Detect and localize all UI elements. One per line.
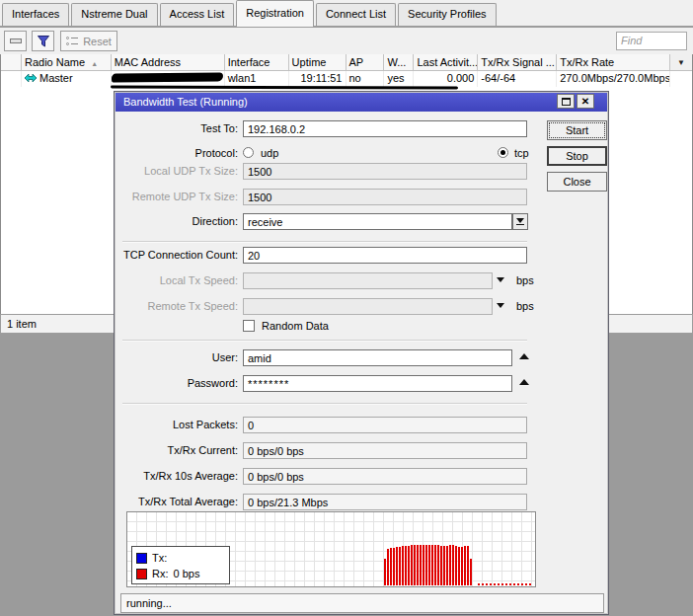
winbox-wireless-window: Interfaces Nstreme Dual Access List Regi…	[0, 0, 693, 616]
separator	[122, 403, 527, 405]
header-radio-name[interactable]: Radio Name▲	[22, 54, 112, 70]
protocol-udp-label: udp	[261, 147, 278, 159]
test-to-input[interactable]: 192.168.0.2	[243, 120, 527, 137]
tab-bar: Interfaces Nstreme Dual Access List Regi…	[0, 0, 693, 27]
header-signal[interactable]: Tx/Rx Signal ...	[478, 54, 557, 70]
rx-legend-value: 0 bps	[174, 568, 200, 579]
dialog-status-bar: running...	[120, 593, 604, 613]
local-tx-speed-input	[243, 272, 493, 289]
local-udp-tx-size-label: Local UDP Tx Size:	[120, 165, 238, 177]
signal-cell: -64/-64	[478, 71, 557, 87]
txrx-10s-average-label: Tx/Rx 10s Average:	[120, 470, 238, 482]
local-udp-tx-size-input: 1500	[243, 163, 527, 180]
maximize-icon	[562, 98, 571, 106]
find-input[interactable]: Find	[616, 32, 687, 50]
table-row[interactable]: Master wlan1 19:11:51 no yes 0.000 -64/-…	[1, 71, 692, 87]
remote-udp-tx-size-input: 1500	[243, 189, 527, 205]
remote-tx-speed-input	[243, 298, 493, 315]
column-menu-button[interactable]: ▼	[670, 54, 692, 70]
password-input[interactable]: ********	[243, 375, 512, 392]
rate-cell: 270.0Mbps/270.0Mbps	[557, 71, 670, 87]
tab-nstreme-dual[interactable]: Nstreme Dual	[71, 3, 157, 26]
maximize-button[interactable]	[557, 94, 575, 109]
interface-cell: wlan1	[225, 71, 289, 87]
user-collapse-icon[interactable]	[519, 353, 529, 359]
separator	[122, 340, 527, 342]
user-input[interactable]: amid	[243, 349, 512, 366]
header-last-activity[interactable]: Last Activit...	[414, 54, 478, 70]
direction-dropdown-button[interactable]	[512, 213, 528, 230]
dialog-title-bar[interactable]: Bandwidth Test (Running)	[116, 93, 607, 112]
close-icon[interactable]: ✕	[577, 94, 594, 109]
header-icon-col[interactable]	[1, 54, 22, 70]
direction-label: Direction:	[120, 215, 238, 227]
start-button[interactable]: Start	[547, 120, 607, 140]
lost-packets-value: 0	[243, 417, 527, 433]
header-ap[interactable]: AP	[346, 54, 385, 70]
header-rate[interactable]: Tx/Rx Rate	[557, 54, 670, 70]
direction-select[interactable]: receive	[243, 213, 512, 230]
user-label: User:	[120, 351, 238, 363]
separator	[122, 241, 527, 243]
random-data-checkbox[interactable]	[243, 320, 255, 332]
txrx-current-label: Tx/Rx Current:	[120, 444, 238, 456]
reset-button[interactable]: Reset	[60, 31, 117, 51]
tx-legend-label: Tx:	[152, 552, 167, 564]
protocol-label: Protocol:	[120, 147, 238, 159]
rx-legend-label: Rx:	[152, 568, 169, 579]
reset-icon	[66, 37, 78, 46]
tx-swatch	[136, 553, 147, 564]
bandwidth-chart: Tx: Rx: 0 bps	[126, 511, 536, 587]
dialog-title: Bandwidth Test (Running)	[123, 96, 248, 108]
tab-security-profiles[interactable]: Security Profiles	[398, 3, 496, 26]
last-activity-cell: 0.000	[414, 71, 478, 87]
chart-legend: Tx: Rx: 0 bps	[131, 546, 230, 584]
tab-access-list[interactable]: Access List	[160, 3, 235, 26]
protocol-tcp-radio[interactable]	[498, 147, 508, 158]
txrx-10s-average-value: 0 bps/0 bps	[243, 468, 527, 485]
ap-cell: no	[346, 71, 385, 87]
local-tx-speed-unit: bps	[516, 274, 534, 286]
funnel-icon	[37, 35, 50, 48]
sort-indicator: ▲	[91, 60, 98, 67]
password-label: Password:	[120, 377, 238, 389]
tab-registration[interactable]: Registration	[236, 0, 314, 27]
remote-tx-speed-dropdown-icon[interactable]	[497, 303, 504, 308]
txrx-current-value: 0 bps/0 bps	[243, 442, 527, 459]
close-button[interactable]: Close	[547, 172, 607, 192]
tab-interfaces[interactable]: Interfaces	[2, 3, 69, 26]
protocol-udp-radio[interactable]	[243, 147, 254, 158]
bandwidth-test-dialog: Bandwidth Test (Running) ✕ Test To: 192.…	[114, 91, 609, 615]
tcp-connection-count-label: TCP Connection Count:	[120, 249, 238, 261]
random-data-label: Random Data	[262, 320, 329, 332]
dropdown-arrow-icon	[516, 218, 524, 223]
local-tx-speed-dropdown-icon[interactable]	[497, 277, 504, 282]
chart-bars	[384, 545, 473, 585]
tab-connect-list[interactable]: Connect List	[316, 3, 396, 26]
lost-packets-label: Lost Packets:	[120, 419, 238, 430]
protocol-tcp-label: tcp	[514, 147, 529, 159]
remove-button[interactable]	[4, 31, 27, 51]
txrx-total-average-label: Tx/Rx Total Average:	[120, 496, 238, 507]
header-wds[interactable]: W...	[384, 54, 414, 70]
header-uptime[interactable]: Uptime	[289, 54, 346, 70]
radio-name-cell: Master	[39, 72, 73, 84]
header-mac-address[interactable]: MAC Address	[112, 54, 225, 70]
chart-baseline-dots	[478, 583, 533, 585]
test-to-label: Test To:	[120, 122, 238, 134]
reset-label: Reset	[83, 36, 112, 47]
stop-button[interactable]: Stop	[547, 146, 607, 166]
header-interface[interactable]: Interface	[225, 54, 289, 70]
minus-icon	[10, 38, 22, 43]
uptime-cell: 19:11:51	[289, 71, 346, 87]
txrx-total-average-value: 0 bps/21.3 Mbps	[243, 494, 527, 510]
remote-udp-tx-size-label: Remote UDP Tx Size:	[120, 191, 238, 202]
registration-entry-icon	[25, 73, 37, 83]
tcp-connection-count-input[interactable]: 20	[243, 247, 527, 264]
password-collapse-icon[interactable]	[519, 379, 529, 385]
filter-button[interactable]	[32, 31, 54, 51]
redaction-scribble	[112, 72, 223, 82]
remote-tx-speed-unit: bps	[516, 300, 534, 312]
table-header: Radio Name▲ MAC Address Interface Uptime…	[1, 54, 692, 71]
wds-cell: yes	[384, 71, 414, 87]
